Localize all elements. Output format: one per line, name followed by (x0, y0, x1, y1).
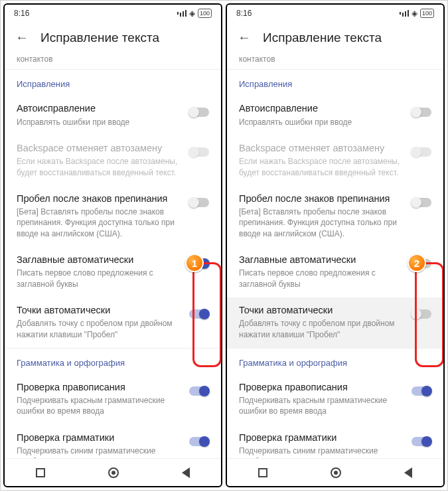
page-title: Исправление текста (40, 31, 159, 45)
row-title: Заглавные автоматически (239, 254, 402, 267)
section-grammar: Грамматика и орфография (227, 349, 443, 374)
nav-recent-icon[interactable] (258, 468, 267, 477)
phone-left: 8:16 ◈ 100 ← Исправление текста контакто… (3, 3, 222, 487)
back-icon[interactable]: ← (15, 30, 29, 45)
nav-home-icon[interactable] (108, 467, 119, 478)
row-autocorrect[interactable]: Автоисправление Исправлять ошибки при вв… (227, 96, 443, 135)
app-bar: ← Исправление текста (227, 22, 443, 54)
switch-backspace-undo (411, 147, 431, 157)
row-title: Проверка правописания (17, 381, 180, 394)
clock: 8:16 (236, 9, 252, 18)
row-title: Проверка грамматики (17, 432, 180, 445)
switch-grammarcheck[interactable] (189, 437, 209, 446)
row-sub: Писать первое слово предложения с заглав… (239, 268, 402, 289)
switch-space-after-punct[interactable] (411, 198, 431, 207)
row-sub: Добавлять точку с пробелом при двойном н… (17, 318, 180, 339)
section-corrections: Исправления (5, 70, 221, 96)
row-sub: Исправлять ошибки при вводе (17, 117, 180, 127)
row-spellcheck[interactable]: Проверка правописания Подчеркивать красн… (5, 374, 221, 425)
row-autocorrect[interactable]: Автоисправление Исправлять ошибки при вв… (5, 96, 221, 135)
row-title: Точки автоматически (17, 304, 180, 317)
row-sub: Подчеркивать синим грамматические ошибки… (239, 446, 402, 458)
nav-back-icon[interactable] (404, 467, 412, 478)
switch-spellcheck[interactable] (411, 386, 431, 396)
switch-spellcheck[interactable] (189, 386, 209, 396)
row-title: Автоисправление (239, 102, 402, 116)
row-title: Backspace отменяет автозамену (239, 142, 402, 155)
status-bar: 8:16 ◈ 100 (5, 5, 221, 22)
row-title: Точки автоматически (239, 304, 402, 317)
switch-autocap[interactable] (189, 259, 209, 268)
battery-icon: 100 (198, 9, 212, 18)
nav-home-icon[interactable] (331, 467, 341, 478)
row-backspace-undo: Backspace отменяет автозамену Если нажат… (227, 135, 443, 186)
signal-icon (400, 10, 409, 17)
row-title: Пробел после знаков препинания (239, 193, 402, 206)
row-sub: Добавлять точку с пробелом при двойном н… (239, 318, 402, 339)
switch-autoperiod[interactable] (189, 309, 209, 319)
row-sub: Если нажать Backspace после автозамены, … (17, 156, 180, 177)
row-title: Проверка грамматики (239, 432, 402, 445)
nav-bar (227, 458, 443, 486)
row-backspace-undo: Backspace отменяет автозамену Если нажат… (5, 135, 221, 186)
clock: 8:16 (14, 9, 29, 18)
truncated-text: контактов (227, 54, 443, 69)
row-sub: Подчеркивать красным грамматические ошиб… (17, 395, 180, 416)
row-spellcheck[interactable]: Проверка правописания Подчеркивать красн… (227, 374, 443, 425)
row-sub: Исправлять ошибки при вводе (239, 117, 402, 127)
switch-autocorrect[interactable] (189, 108, 209, 117)
row-space-after-punct[interactable]: Пробел после знаков препинания [Бета] Вс… (227, 186, 443, 247)
app-bar: ← Исправление текста (5, 22, 221, 54)
battery-icon: 100 (420, 9, 434, 18)
row-title: Автоисправление (17, 102, 180, 116)
switch-autocorrect[interactable] (411, 108, 431, 117)
section-grammar: Грамматика и орфография (5, 349, 221, 374)
wifi-icon: ◈ (411, 9, 417, 18)
switch-autocap[interactable] (411, 259, 431, 268)
row-autoperiod[interactable]: Точки автоматически Добавлять точку с пр… (5, 297, 221, 348)
back-icon[interactable]: ← (238, 30, 251, 45)
row-autoperiod[interactable]: Точки автоматически Добавлять точку с пр… (227, 297, 443, 348)
nav-bar (5, 458, 221, 486)
row-grammarcheck[interactable]: Проверка грамматики Подчеркивать синим г… (5, 425, 221, 458)
row-sub: Писать первое слово предложения с заглав… (17, 268, 180, 289)
row-title: Проверка правописания (239, 381, 402, 394)
row-space-after-punct[interactable]: Пробел после знаков препинания [Бета] Вс… (5, 186, 221, 247)
row-sub: Подчеркивать синим грамматические ошибки… (17, 446, 180, 458)
nav-recent-icon[interactable] (36, 468, 45, 477)
phone-right: 8:16 ◈ 100 ← Исправление текста контакто… (226, 3, 445, 487)
row-sub: Если нажать Backspace после автозамены, … (239, 156, 402, 177)
row-sub: [Бета] Вставлять пробелы после знаков пр… (17, 206, 180, 239)
row-autocap[interactable]: Заглавные автоматически Писать первое сл… (227, 247, 443, 297)
wifi-icon: ◈ (189, 9, 195, 18)
switch-backspace-undo (189, 147, 209, 157)
signal-icon (177, 10, 187, 17)
row-title: Заглавные автоматически (17, 254, 180, 267)
nav-back-icon[interactable] (182, 467, 190, 478)
row-title: Пробел после знаков препинания (17, 193, 180, 206)
row-title: Backspace отменяет автозамену (17, 142, 180, 155)
section-corrections: Исправления (227, 70, 443, 96)
switch-autoperiod[interactable] (411, 309, 431, 319)
row-autocap[interactable]: Заглавные автоматически Писать первое сл… (5, 247, 221, 297)
switch-space-after-punct[interactable] (189, 198, 209, 207)
truncated-text: контактов (5, 54, 221, 69)
switch-grammarcheck[interactable] (411, 437, 431, 446)
row-grammarcheck[interactable]: Проверка грамматики Подчеркивать синим г… (227, 425, 443, 458)
row-sub: Подчеркивать красным грамматические ошиб… (239, 395, 402, 416)
row-sub: [Бета] Вставлять пробелы после знаков пр… (239, 206, 402, 239)
page-title: Исправление текста (263, 31, 382, 45)
status-bar: 8:16 ◈ 100 (227, 5, 443, 22)
